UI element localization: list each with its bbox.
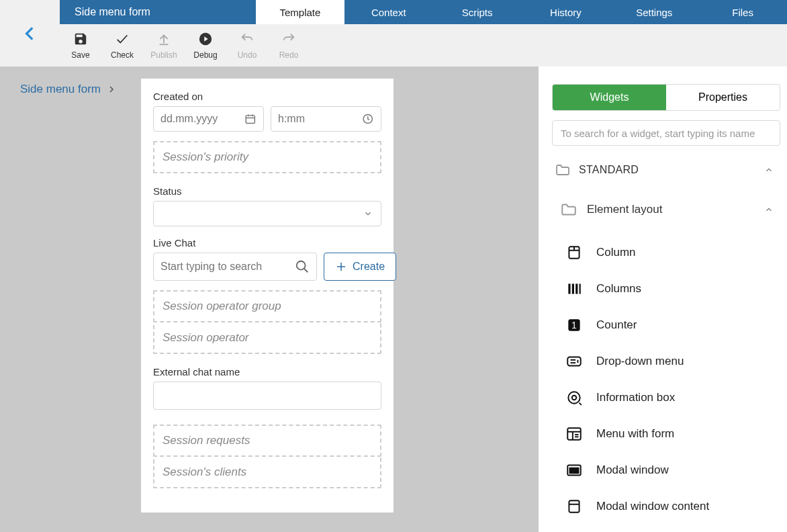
- svg-text:1: 1: [571, 320, 577, 330]
- tab-scripts[interactable]: Scripts: [433, 0, 522, 24]
- columns-icon: [565, 280, 583, 298]
- modal-icon: [565, 461, 583, 479]
- undo-icon: [240, 32, 254, 46]
- widget-search[interactable]: To search for a widget, start typing its…: [552, 120, 780, 146]
- operator-group-slot[interactable]: Session operator group: [153, 290, 381, 322]
- widget-modal[interactable]: Modal window: [552, 452, 780, 488]
- folder-icon: [555, 162, 571, 178]
- create-button[interactable]: Create: [324, 253, 396, 281]
- widget-infobox[interactable]: Information box: [552, 380, 780, 416]
- widget-columns[interactable]: Columns: [552, 271, 780, 307]
- chevron-up-icon: [764, 205, 774, 214]
- form-card: Created on Session's priority Status Liv…: [141, 79, 394, 513]
- tab-history[interactable]: History: [521, 0, 610, 24]
- date-input[interactable]: [153, 106, 264, 132]
- external-name-input[interactable]: [153, 382, 381, 410]
- tab-template[interactable]: Template: [256, 0, 344, 24]
- publish-button[interactable]: Publish: [143, 24, 185, 66]
- svg-rect-34: [569, 500, 579, 512]
- svg-rect-18: [580, 283, 581, 294]
- check-button[interactable]: Check: [101, 24, 143, 66]
- external-name-label: External chat name: [153, 366, 381, 378]
- created-on-label: Created on: [153, 91, 381, 102]
- calendar-icon: [244, 112, 257, 126]
- infobox-icon: [565, 389, 583, 406]
- operator-slot[interactable]: Session operator: [153, 322, 381, 354]
- svg-rect-3: [246, 116, 255, 124]
- search-icon: [295, 259, 310, 274]
- tab-settings[interactable]: Settings: [610, 0, 698, 24]
- svg-point-8: [297, 261, 306, 270]
- section-standard[interactable]: STANDARD: [552, 158, 780, 182]
- tab-context[interactable]: Context: [344, 0, 433, 24]
- time-input[interactable]: [271, 106, 381, 132]
- redo-button[interactable]: Redo: [268, 24, 310, 66]
- widget-column[interactable]: Column: [552, 234, 780, 271]
- svg-rect-33: [570, 468, 579, 474]
- priority-slot[interactable]: Session's priority: [153, 141, 381, 173]
- status-label: Status: [153, 185, 381, 197]
- livechat-label: Live Chat: [153, 237, 381, 249]
- page-title: Side menu form: [60, 0, 256, 24]
- publish-icon: [156, 32, 171, 46]
- livechat-search[interactable]: [153, 253, 317, 281]
- svg-rect-21: [567, 357, 581, 366]
- tab-widgets[interactable]: Widgets: [553, 85, 666, 110]
- status-select[interactable]: [153, 201, 381, 226]
- widget-counter[interactable]: 1 Counter: [552, 307, 780, 343]
- tab-properties[interactable]: Properties: [666, 85, 780, 110]
- redo-icon: [281, 32, 296, 46]
- modalcontent-icon: [565, 498, 583, 515]
- debug-icon: [198, 32, 213, 46]
- undo-button[interactable]: Undo: [226, 24, 268, 66]
- chevron-down-icon: [363, 209, 373, 218]
- plus-icon: [335, 261, 347, 273]
- clients-slot[interactable]: Session's clients: [153, 457, 381, 488]
- svg-rect-27: [567, 428, 581, 439]
- subsection-layout[interactable]: Element layout: [552, 198, 780, 221]
- requests-slot[interactable]: Session requests: [153, 425, 381, 457]
- svg-point-25: [568, 392, 580, 403]
- widget-menuform[interactable]: Menu with form: [552, 416, 780, 452]
- svg-line-9: [304, 269, 308, 273]
- save-icon: [73, 32, 88, 46]
- right-panel: Widgets Properties To search for a widge…: [539, 66, 787, 532]
- menuform-icon: [565, 425, 583, 443]
- check-icon: [115, 32, 130, 46]
- counter-icon: 1: [565, 316, 583, 334]
- folder-icon: [560, 201, 577, 218]
- widget-dropdown[interactable]: Drop-down menu: [552, 343, 780, 380]
- column-icon: [565, 244, 583, 261]
- svg-rect-15: [568, 283, 570, 294]
- svg-rect-17: [575, 283, 577, 294]
- chevron-left-icon: [21, 25, 39, 42]
- chevron-right-icon: [107, 85, 115, 93]
- debug-button[interactable]: Debug: [185, 24, 226, 66]
- svg-point-26: [572, 396, 577, 400]
- chevron-up-icon: [764, 165, 774, 175]
- widget-modalcontent[interactable]: Modal window content: [552, 488, 780, 525]
- tab-files[interactable]: Files: [698, 0, 787, 24]
- save-button[interactable]: Save: [60, 24, 101, 66]
- back-button[interactable]: [0, 0, 60, 66]
- clock-icon: [362, 112, 374, 126]
- svg-rect-16: [572, 283, 574, 294]
- dropdown-icon: [565, 353, 583, 370]
